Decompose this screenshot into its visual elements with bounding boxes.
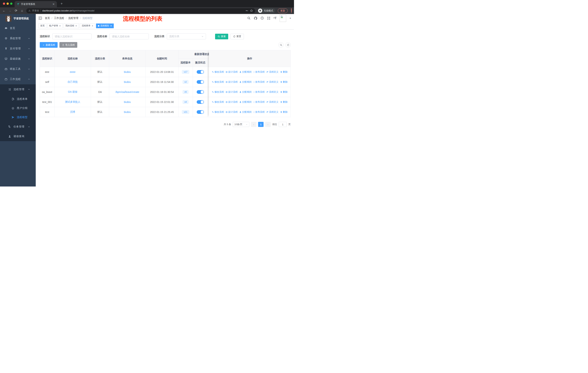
action-delete-link[interactable]: 删除 — [280, 90, 288, 94]
model-name-link[interactable]: 滔博 — [70, 110, 75, 114]
model-category-select[interactable]: 流程分类 — [167, 33, 206, 39]
model-name-link[interactable]: OA 请假 — [68, 90, 77, 94]
tag-my-process[interactable]: 我的流程✕ — [64, 23, 79, 28]
breadcrumb-item[interactable]: 流程管理 — [68, 17, 78, 20]
sidebar-item-process-management[interactable]: 流程管理 — [0, 84, 36, 94]
sidebar-collapse-icon[interactable] — [38, 17, 42, 20]
action-definition-link[interactable]: 流程定义 — [266, 110, 279, 114]
action-publish-link[interactable]: ☝发布流程 — [253, 100, 265, 104]
password-key-icon[interactable] — [245, 9, 248, 12]
active-state-toggle[interactable] — [197, 90, 204, 94]
action-delete-link[interactable]: 删除 — [280, 70, 288, 74]
action-definition-link[interactable]: 流程定义 — [266, 90, 279, 94]
goto-page-input[interactable] — [279, 122, 287, 127]
sidebar-item-process-form[interactable]: 流程表单 — [0, 94, 36, 104]
action-edit-link[interactable]: ✎修改流程 — [212, 70, 224, 74]
home-icon[interactable]: ⌂ — [20, 9, 24, 13]
form-info-link[interactable]: biubiu — [124, 71, 131, 73]
form-info-link[interactable]: biubiu — [124, 81, 131, 83]
show-search-toggle-icon[interactable] — [278, 42, 284, 48]
action-definition-link[interactable]: 流程定义 — [266, 80, 279, 84]
action-assign-link[interactable]: 分配规则 — [239, 80, 252, 84]
forward-icon[interactable]: → — [8, 9, 12, 13]
action-design-link[interactable]: ⚙设计流程 — [225, 110, 238, 114]
action-edit-link[interactable]: ✎修改流程 — [212, 80, 224, 84]
action-publish-link[interactable]: ☝发布流程 — [253, 70, 265, 74]
action-assign-link[interactable]: 分配规则 — [239, 90, 252, 94]
next-page-button[interactable]: › — [265, 122, 271, 127]
action-design-link[interactable]: ⚙设计流程 — [225, 80, 238, 84]
page-size-select[interactable]: 10条/页 — [233, 122, 249, 127]
model-name-link[interactable]: eeee — [70, 71, 75, 73]
active-state-toggle[interactable] — [197, 70, 204, 74]
action-edit-link[interactable]: ✎修改流程 — [212, 90, 224, 94]
tag-close-icon[interactable]: ✕ — [110, 25, 112, 27]
action-publish-link[interactable]: ☝发布流程 — [253, 90, 265, 94]
back-icon[interactable]: ← — [2, 9, 6, 13]
form-info-link[interactable]: biubiu — [124, 101, 131, 103]
sidebar-item-workflow[interactable]: 工作流程 — [0, 74, 36, 84]
action-publish-link[interactable]: ☝发布流程 — [253, 110, 265, 114]
github-icon[interactable] — [254, 16, 257, 20]
action-design-link[interactable]: ⚙设计流程 — [225, 100, 238, 104]
refresh-table-icon[interactable] — [285, 42, 291, 48]
tag-process-model[interactable]: 流程模型✕ — [96, 23, 114, 28]
action-delete-link[interactable]: 删除 — [280, 80, 288, 84]
active-state-toggle[interactable] — [197, 110, 204, 114]
active-state-toggle[interactable] — [197, 100, 204, 104]
reload-icon[interactable]: ⟳ — [14, 9, 18, 13]
window-minimize-button[interactable] — [7, 2, 9, 5]
create-process-button[interactable]: ＋新建流程 — [40, 42, 58, 48]
sidebar-item-home[interactable]: 首页 — [0, 23, 36, 33]
action-definition-link[interactable]: 流程定义 — [266, 100, 279, 104]
fullscreen-icon[interactable] — [267, 16, 271, 20]
bookmark-star-icon[interactable] — [250, 9, 253, 12]
action-edit-link[interactable]: ✎修改流程 — [212, 110, 224, 114]
action-delete-link[interactable]: 删除 — [280, 100, 288, 104]
form-info-link[interactable]: /bpm/oa/leave/create — [115, 91, 139, 93]
form-info-link[interactable]: biubiu — [124, 111, 131, 113]
sidebar-item-user-group[interactable]: 用户分组 — [0, 104, 36, 113]
reset-button[interactable]: 重置 — [230, 34, 244, 39]
action-assign-link[interactable]: 分配规则 — [239, 110, 252, 114]
sidebar-item-task-management[interactable]: 任务管理 — [0, 122, 36, 131]
window-zoom-button[interactable] — [10, 2, 12, 5]
tag-tenant[interactable]: 租户管理✕ — [47, 23, 63, 28]
sidebar-item-system[interactable]: ⚙系统管理 — [0, 33, 36, 43]
help-icon[interactable]: ? — [261, 16, 264, 20]
sidebar-logo[interactable]: 芋道管理系统 — [0, 14, 36, 23]
tag-close-icon[interactable]: ✕ — [75, 25, 77, 27]
action-definition-link[interactable]: 流程定义 — [266, 70, 279, 74]
action-design-link[interactable]: ⚙设计流程 — [225, 90, 238, 94]
model-key-input[interactable] — [52, 33, 92, 39]
avatar[interactable] — [280, 15, 286, 22]
prev-page-button[interactable]: ‹ — [251, 122, 256, 127]
search-button[interactable]: 搜索 — [215, 34, 228, 39]
model-name-input[interactable] — [110, 33, 149, 39]
tag-close-icon[interactable]: ✕ — [59, 25, 61, 27]
action-design-link[interactable]: ⚙设计流程 — [225, 70, 238, 74]
browser-tab[interactable]: 芋道管理系统 ✕ — [15, 1, 57, 7]
new-tab-button[interactable]: + — [59, 1, 64, 6]
page-number-1[interactable]: 1 — [258, 122, 263, 127]
active-state-toggle[interactable] — [197, 80, 204, 84]
sidebar-item-payment[interactable]: ¥支付管理 — [0, 43, 36, 54]
sidebar-item-process-model[interactable]: 流程模型 — [0, 113, 36, 122]
breadcrumb-item[interactable]: 工作流程 — [54, 17, 64, 20]
window-close-button[interactable] — [3, 2, 5, 5]
tab-close-icon[interactable]: ✕ — [52, 2, 55, 6]
url-text[interactable]: dashboard.yudao.iocoder.cn/bpm/manager/m… — [42, 9, 244, 12]
tag-home[interactable]: 首页 — [38, 23, 46, 28]
sidebar-item-leave-query[interactable]: 请假查询 — [0, 131, 36, 141]
import-process-button[interactable]: 导入流程 — [59, 42, 77, 48]
action-assign-link[interactable]: 分配规则 — [239, 70, 252, 74]
font-size-icon[interactable]: TT — [273, 17, 277, 20]
tag-process-form[interactable]: 流程表单✕ — [80, 23, 95, 28]
action-delete-link[interactable]: 删除 — [280, 110, 288, 114]
avatar-caret-down-icon[interactable]: ▼ — [289, 17, 291, 19]
chrome-menu-icon[interactable]: ⋮⋮⋮ — [290, 9, 292, 12]
tag-close-icon[interactable]: ✕ — [92, 25, 93, 27]
action-edit-link[interactable]: ✎修改流程 — [212, 100, 224, 104]
chrome-update-button[interactable]: 更新 — [278, 8, 288, 13]
breadcrumb-item[interactable]: 首页 — [45, 17, 50, 20]
